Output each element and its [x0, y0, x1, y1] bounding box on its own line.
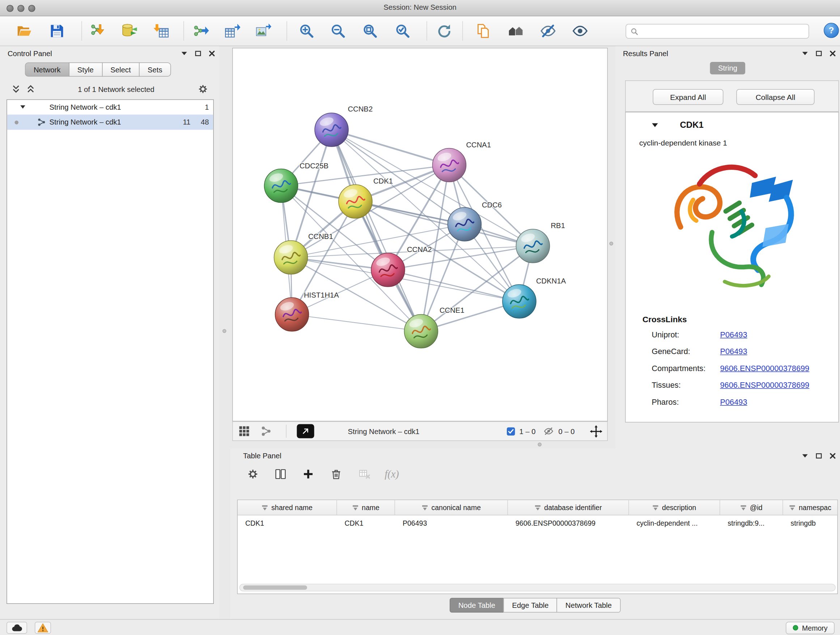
crosslink-link[interactable]: 9606.ENSP00000378699	[720, 364, 810, 372]
network-node-RB1[interactable]	[516, 229, 550, 263]
table-panel-float-icon[interactable]	[816, 453, 822, 459]
collapse-all-button[interactable]: Collapse All	[737, 89, 815, 105]
table-settings-gear-icon[interactable]	[244, 465, 262, 483]
network-node-CDK1[interactable]	[339, 185, 372, 218]
detach-view-icon[interactable]	[297, 424, 314, 439]
table-panel-close-icon[interactable]	[830, 453, 836, 459]
results-panel-collapse-icon[interactable]	[802, 51, 808, 56]
column-header-database-identifier[interactable]: database identifier	[508, 500, 629, 515]
help-icon[interactable]: ?	[824, 23, 839, 38]
import-table-file-icon[interactable]	[153, 22, 171, 40]
import-network-file-icon[interactable]	[89, 22, 107, 40]
save-session-icon[interactable]	[48, 22, 66, 40]
collapse-all-networks-icon[interactable]	[0, 85, 20, 93]
control-panel-close-icon[interactable]	[209, 50, 215, 57]
cell-description[interactable]: cyclin-dependent ...	[629, 516, 720, 531]
tab-sets[interactable]: Sets	[139, 63, 171, 77]
tab-node-table[interactable]: Node Table	[450, 598, 504, 613]
cell-namespace[interactable]: stringdb	[783, 516, 837, 531]
network-node-CCNB2[interactable]	[315, 113, 348, 147]
network-edge[interactable]	[388, 270, 519, 302]
network-collection-row[interactable]: String Network – cdk1 1	[7, 100, 213, 115]
expand-all-networks-icon[interactable]	[20, 85, 35, 93]
crosslink-link[interactable]: 9606.ENSP00000378699	[720, 381, 810, 390]
tab-network-table[interactable]: Network Table	[557, 598, 621, 613]
network-node-CCNA2[interactable]	[371, 253, 405, 287]
cloud-icon[interactable]	[6, 622, 27, 633]
refresh-icon[interactable]	[435, 22, 453, 40]
gene-collapse-caret-icon[interactable]	[652, 123, 658, 128]
crosslink-link[interactable]: P06493	[720, 397, 747, 406]
network-node-CCNB1[interactable]	[274, 241, 308, 274]
network-edge[interactable]	[332, 130, 450, 165]
control-panel-float-icon[interactable]	[195, 50, 202, 57]
network-node-CCNE1[interactable]	[404, 315, 438, 348]
cell-shared-name[interactable]: CDK1	[238, 516, 337, 531]
zoom-out-icon[interactable]	[329, 22, 347, 40]
warning-icon[interactable]	[35, 622, 51, 633]
cell-name[interactable]: CDK1	[337, 516, 395, 531]
crosslink-link[interactable]: P06493	[720, 347, 747, 356]
show-all-icon[interactable]	[571, 22, 589, 40]
column-header-description[interactable]: description	[629, 500, 720, 515]
import-network-database-icon[interactable]	[120, 22, 139, 40]
tree-caret-icon[interactable]	[20, 105, 26, 109]
zoom-in-icon[interactable]	[297, 22, 316, 40]
results-panel-float-icon[interactable]	[816, 50, 822, 57]
network-view[interactable]: CCNB2CCNA1CDC25BCDK1CDC6RB1CCNB1CCNA2CDK…	[232, 48, 608, 421]
tab-select[interactable]: Select	[102, 63, 139, 77]
export-network-icon[interactable]	[192, 22, 210, 40]
export-table-icon[interactable]	[223, 22, 242, 40]
network-graph[interactable]: CCNB2CCNA1CDC25BCDK1CDC6RB1CCNB1CCNA2CDK…	[233, 49, 607, 421]
column-header-canonical-name[interactable]: canonical name	[395, 500, 508, 515]
table-row[interactable]: CDK1 CDK1 P06493 9606.ENSP00000378699 cy…	[238, 516, 837, 531]
control-panel-collapse-icon[interactable]	[181, 51, 187, 56]
view-grid-icon[interactable]	[238, 422, 250, 440]
column-header-name[interactable]: name	[337, 500, 395, 515]
scrollbar-thumb[interactable]	[243, 585, 307, 590]
hidden-eye-icon[interactable]	[543, 422, 554, 440]
bottom-splitter-handle[interactable]	[538, 443, 542, 447]
network-node-CDC25B[interactable]	[264, 169, 298, 203]
network-row-selected[interactable]: String Network – cdk1 11 48	[7, 115, 213, 130]
add-column-icon[interactable]	[299, 465, 317, 483]
export-image-icon[interactable]	[254, 22, 272, 40]
network-node-HIST1H1A[interactable]	[275, 298, 309, 331]
column-header-namespace[interactable]: namespac	[783, 500, 837, 515]
view-network-icon[interactable]	[261, 422, 272, 440]
left-splitter-handle[interactable]	[223, 329, 226, 333]
network-edge[interactable]	[355, 202, 533, 246]
network-options-gear-icon[interactable]	[197, 84, 219, 95]
search-input[interactable]	[641, 27, 804, 35]
expand-all-button[interactable]: Expand All	[653, 89, 723, 105]
zoom-selected-icon[interactable]	[393, 22, 412, 40]
delete-column-icon[interactable]	[327, 465, 345, 483]
column-header-shared-name[interactable]: shared name	[238, 500, 337, 515]
memory-button[interactable]: Memory	[786, 622, 835, 634]
results-panel-close-icon[interactable]	[830, 50, 836, 57]
clone-network-icon[interactable]	[474, 22, 493, 40]
open-session-icon[interactable]	[15, 22, 34, 40]
tab-string[interactable]: String	[710, 62, 745, 74]
table-panel-collapse-icon[interactable]	[802, 453, 808, 458]
cell-database-identifier[interactable]: 9606.ENSP00000378699	[508, 516, 629, 531]
network-edge[interactable]	[332, 130, 422, 332]
network-overview-icon[interactable]	[507, 22, 525, 40]
right-splitter-handle[interactable]	[609, 242, 614, 246]
hide-selected-icon[interactable]	[539, 22, 557, 40]
network-edge[interactable]	[292, 315, 421, 332]
crosslink-link[interactable]: P06493	[720, 330, 747, 339]
show-columns-icon[interactable]	[271, 465, 290, 483]
cell-id[interactable]: stringdb:9...	[720, 516, 783, 531]
tab-edge-table[interactable]: Edge Table	[504, 598, 557, 613]
tab-network[interactable]: Network	[25, 63, 69, 77]
tab-style[interactable]: Style	[69, 63, 103, 77]
network-node-CCNA1[interactable]	[433, 149, 466, 182]
cell-canonical-name[interactable]: P06493	[395, 516, 508, 531]
zoom-fit-icon[interactable]	[361, 22, 379, 40]
selected-nodes-checkbox-icon[interactable]	[507, 428, 515, 436]
horizontal-scrollbar[interactable]	[240, 584, 836, 592]
pan-crosshair-icon[interactable]	[590, 422, 603, 440]
network-node-CDC6[interactable]	[448, 207, 482, 241]
network-node-CDKN1A[interactable]	[502, 285, 536, 318]
